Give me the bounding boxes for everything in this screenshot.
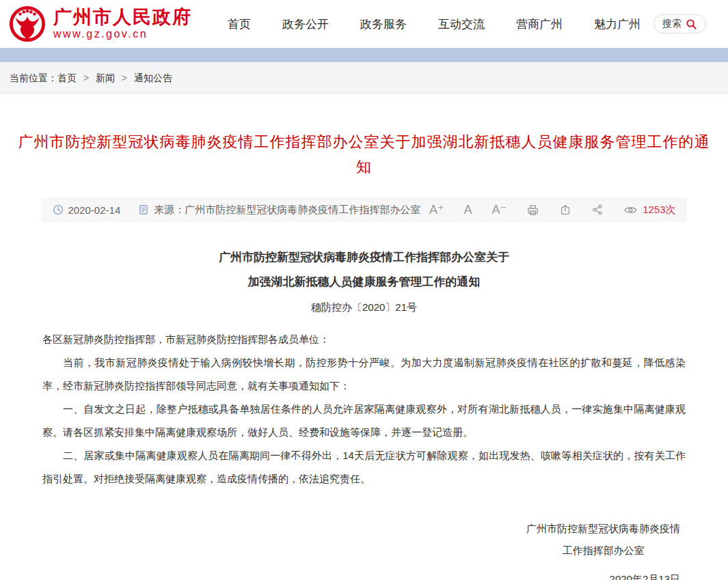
publish-date: 2020-02-14 (68, 204, 121, 216)
site-header: 广州市人民政府 www.gz.gov.cn 首页 政务公开 政务服务 互动交流 … (0, 0, 728, 48)
share-icon[interactable] (591, 204, 604, 216)
signature-block: 广州市防控新型冠状病毒肺炎疫情 工作指挥部办公室 2020年2月13日 (526, 518, 680, 580)
document-source-icon (138, 204, 149, 215)
gov-site-url: www.gz.gov.cn (53, 27, 192, 41)
paragraph: 一、自发文之日起，除整户抵穗或具备单独居住条件的人员允许居家隔离健康观察外，对所… (42, 398, 686, 444)
breadcrumb-separator: > (122, 72, 127, 83)
article-meta-left: 2020-02-14 来源： 广州市防控新型冠状病毒肺炎疫情工作指挥部办公室 (53, 204, 421, 217)
source-name: 广州市防控新型冠状病毒肺炎疫情工作指挥部办公室 (185, 204, 420, 217)
article-toolbar: A⁺ A A⁻ (429, 204, 675, 217)
view-counter: 1253次 (623, 204, 675, 217)
signature-line1: 广州市防控新型冠状病毒肺炎疫情 (526, 518, 680, 540)
nav-item-gov-info[interactable]: 政务公开 (282, 16, 329, 32)
signature-date: 2020年2月13日 (610, 568, 680, 580)
breadcrumb-prefix: 当前位置： (10, 72, 57, 83)
nav-item-interaction[interactable]: 互动交流 (438, 16, 485, 32)
article-meta-bar: 2020-02-14 来源： 广州市防控新型冠状病毒肺炎疫情工作指挥部办公室 A… (42, 197, 687, 222)
document-heading-line1: 广州市防控新型冠状病毒肺炎疫情工作指挥部办公室关于 (0, 245, 728, 270)
view-count: 1253次 (643, 204, 675, 217)
breadcrumb-notices[interactable]: 通知公告 (134, 72, 172, 83)
document-number: 穗防控办〔2020〕21号 (0, 301, 728, 314)
nav-item-gov-services[interactable]: 政务服务 (360, 16, 407, 32)
signature-line2: 工作指挥部办公室 (563, 540, 645, 562)
print-icon[interactable] (526, 204, 539, 217)
article-page: 广州市防控新型冠状病毒肺炎疫情工作指挥部办公室关于加强湖北新抵穗人员健康服务管理… (0, 129, 728, 580)
clock-icon (53, 204, 64, 215)
nav-item-charm[interactable]: 魅力广州 (594, 16, 641, 32)
breadcrumb: 当前位置：首页 > 新闻 > 通知公告 (0, 62, 728, 94)
nav-item-business[interactable]: 营商广州 (516, 16, 563, 32)
font-normal-button[interactable]: A (464, 204, 472, 216)
search-icon (686, 18, 697, 30)
gov-logo[interactable]: 广州市人民政府 www.gz.gov.cn (8, 5, 192, 43)
document-heading: 广州市防控新型冠状病毒肺炎疫情工作指挥部办公室关于 加强湖北新抵穗人员健康服务管… (0, 245, 728, 294)
search-button-label: 搜索 (662, 18, 682, 30)
header-divider-band (0, 48, 728, 62)
salutation: 各区新冠肺炎防控指挥部，市新冠肺炎防控指挥部各成员单位： (42, 328, 686, 351)
main-nav: 首页 政务公开 政务服务 互动交流 营商广州 魅力广州 (228, 16, 641, 32)
search-button[interactable]: 搜索 (653, 14, 706, 33)
export-icon[interactable] (559, 204, 571, 216)
breadcrumb-separator: > (83, 72, 89, 83)
source-label: 来源： (154, 204, 185, 217)
breadcrumb-news[interactable]: 新闻 (96, 72, 115, 83)
kapok-flower-emblem-icon (8, 5, 46, 43)
breadcrumb-home[interactable]: 首页 (57, 72, 77, 83)
font-decrease-button[interactable]: A⁻ (492, 204, 507, 216)
article-body: 各区新冠肺炎防控指挥部，市新冠肺炎防控指挥部各成员单位： 当前，我市新冠肺炎疫情… (42, 328, 686, 491)
document-heading-line2: 加强湖北新抵穗人员健康服务管理工作的通知 (0, 270, 728, 294)
nav-item-home[interactable]: 首页 (228, 16, 251, 32)
paragraph: 二、居家或集中隔离健康观察人员在隔离期间一律不得外出，14天后无症状方可解除观察… (42, 444, 686, 491)
gov-org-name: 广州市人民政府 (53, 7, 192, 27)
page-title: 广州市防控新型冠状病毒肺炎疫情工作指挥部办公室关于加强湖北新抵穗人员健康服务管理… (17, 129, 712, 180)
eye-icon (623, 205, 638, 215)
paragraph: 当前，我市新冠肺炎疫情处于输入病例较快增长期，防控形势十分严峻。为加大力度遏制新… (42, 351, 686, 398)
font-increase-button[interactable]: A⁺ (429, 204, 444, 216)
